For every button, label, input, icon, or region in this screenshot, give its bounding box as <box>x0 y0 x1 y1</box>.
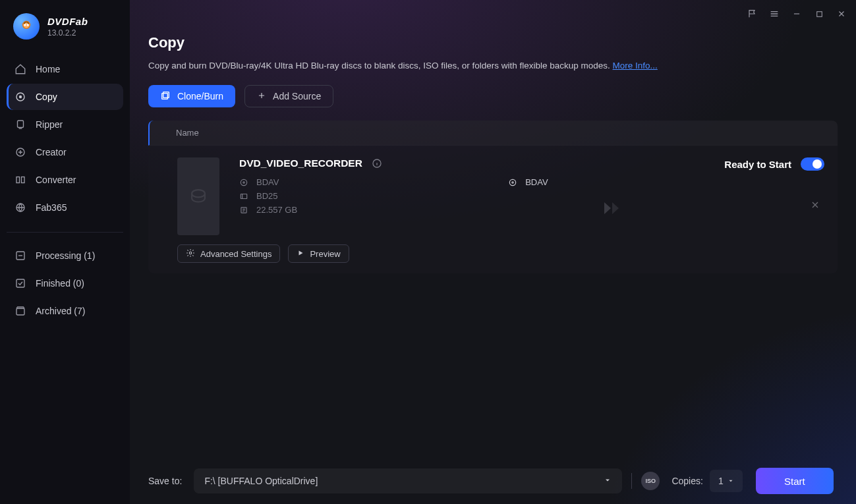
svg-point-22 <box>509 179 515 185</box>
sidebar-item-converter[interactable]: Converter <box>7 167 123 193</box>
save-to-select[interactable]: F:\ [BUFFALO OpticalDrive] <box>194 468 622 493</box>
sidebar-item-label: Converter <box>36 175 76 185</box>
svg-rect-12 <box>16 308 24 315</box>
processing-icon <box>14 250 26 262</box>
svg-rect-5 <box>18 121 24 128</box>
sidebar-item-label: Ripper <box>36 119 63 130</box>
sidebar-divider <box>7 232 123 233</box>
page-description: Copy and burn DVD/Blu-ray/4K Ultra HD Bl… <box>148 61 838 70</box>
size: 22.557 GB <box>239 205 297 215</box>
footer-bar: Save to: F:\ [BUFFALO OpticalDrive] ISO … <box>130 458 856 504</box>
sidebar-item-creator[interactable]: Creator <box>7 139 123 165</box>
more-info-link[interactable]: More Info... <box>613 61 658 70</box>
column-name: Name <box>176 128 199 138</box>
svg-point-2 <box>27 24 28 26</box>
iso-button[interactable]: ISO <box>641 472 660 490</box>
sidebar-item-processing[interactable]: Processing (1) <box>7 242 123 269</box>
svg-point-19 <box>243 181 244 182</box>
creator-icon <box>14 146 26 158</box>
svg-rect-13 <box>816 11 822 16</box>
source-format: BDAV <box>239 177 297 187</box>
sidebar-item-ripper[interactable]: Ripper <box>7 111 123 138</box>
svg-point-1 <box>24 24 26 26</box>
add-source-button[interactable]: Add Source <box>244 85 333 107</box>
brand-version: 13.0.2.2 <box>47 28 88 38</box>
fab365-icon <box>14 202 26 213</box>
chevron-down-icon <box>728 476 734 486</box>
brand-block: DVDFab 13.0.2.2 <box>7 13 123 40</box>
converter-icon <box>14 174 26 186</box>
start-button[interactable]: Start <box>756 468 834 494</box>
minimize-icon[interactable] <box>791 9 802 19</box>
svg-rect-14 <box>163 92 169 98</box>
close-icon[interactable] <box>836 9 847 19</box>
finished-icon <box>14 277 26 289</box>
advanced-settings-button[interactable]: Advanced Settings <box>177 244 280 263</box>
play-icon <box>297 249 304 259</box>
svg-point-4 <box>20 96 22 98</box>
arrow-right-icon <box>603 201 629 218</box>
row-status: Ready to Start <box>724 159 791 170</box>
source-table: Name DVD_VIDEO_RECORDER <box>148 121 838 273</box>
home-icon <box>14 63 26 75</box>
sidebar: DVDFab 13.0.2.2 Home Copy Ripper Creator… <box>0 0 130 504</box>
sidebar-item-label: Fab365 <box>36 202 67 213</box>
sidebar-item-label: Home <box>36 64 60 74</box>
copies-select[interactable]: 1 <box>710 470 743 492</box>
maximize-icon[interactable] <box>814 9 824 19</box>
svg-point-16 <box>192 190 205 197</box>
sidebar-item-label: Finished (0) <box>36 278 84 289</box>
plus-icon <box>257 91 266 102</box>
sidebar-item-copy[interactable]: Copy <box>7 84 123 110</box>
theme-icon[interactable] <box>747 9 757 19</box>
disc-icon <box>14 91 26 103</box>
page-title: Copy <box>148 34 838 51</box>
chevron-down-icon <box>604 476 612 486</box>
info-icon[interactable] <box>372 158 382 169</box>
save-to-label: Save to: <box>148 476 182 486</box>
source-title: DVD_VIDEO_RECORDER <box>239 157 362 169</box>
disc-thumbnail-icon <box>177 157 219 235</box>
ripper-icon <box>14 119 26 130</box>
menu-icon[interactable] <box>769 9 780 19</box>
copies-label: Copies: <box>671 476 702 486</box>
preview-button[interactable]: Preview <box>288 244 349 263</box>
sidebar-item-label: Archived (7) <box>36 306 86 316</box>
sidebar-item-label: Processing (1) <box>36 250 95 261</box>
svg-point-18 <box>241 179 246 185</box>
clone-icon <box>160 90 171 103</box>
svg-rect-8 <box>22 177 25 183</box>
titlebar <box>130 0 856 28</box>
svg-point-24 <box>189 252 192 254</box>
enable-toggle[interactable] <box>801 157 824 171</box>
sidebar-item-finished[interactable]: Finished (0) <box>7 270 123 296</box>
gear-icon <box>186 248 195 260</box>
table-row: DVD_VIDEO_RECORDER BDAV <box>148 146 838 273</box>
sidebar-item-fab365[interactable]: Fab365 <box>7 194 123 221</box>
main-area: Copy Copy and burn DVD/Blu-ray/4K Ultra … <box>130 0 856 504</box>
clone-burn-button[interactable]: Clone/Burn <box>148 85 235 107</box>
media-type: BD25 <box>239 191 297 201</box>
brand-name: DVDFab <box>47 16 88 27</box>
table-header: Name <box>148 121 838 146</box>
target-format: BDAV <box>508 177 548 187</box>
svg-rect-20 <box>241 194 246 198</box>
sidebar-item-archived[interactable]: Archived (7) <box>7 298 123 324</box>
separator <box>631 473 632 489</box>
svg-rect-11 <box>16 279 24 287</box>
sidebar-item-label: Creator <box>36 147 67 157</box>
app-logo-icon <box>13 13 40 40</box>
svg-point-23 <box>512 181 513 182</box>
archived-icon <box>14 305 26 317</box>
remove-row-icon[interactable] <box>810 200 822 211</box>
sidebar-item-home[interactable]: Home <box>7 56 123 82</box>
svg-rect-15 <box>162 93 168 99</box>
svg-rect-7 <box>16 177 20 183</box>
sidebar-item-label: Copy <box>36 92 57 102</box>
